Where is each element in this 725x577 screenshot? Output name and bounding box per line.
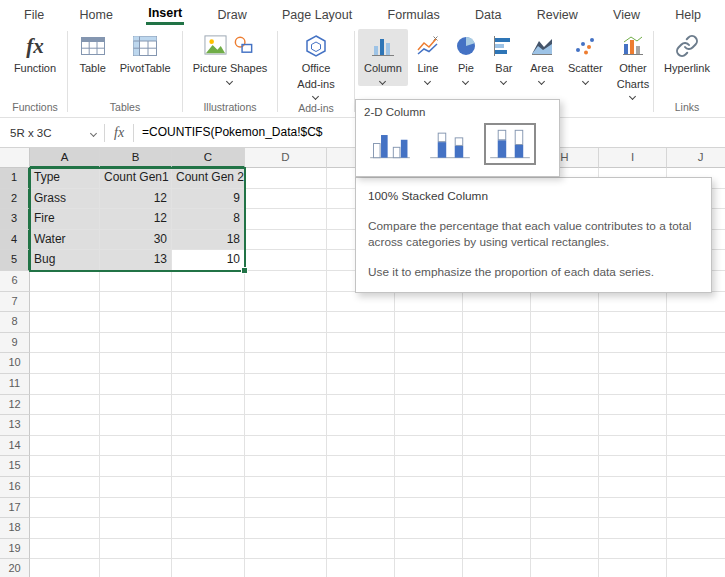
scatter-chart-button[interactable]: Scatter bbox=[562, 29, 609, 86]
cell-C4[interactable]: 18 bbox=[172, 230, 245, 251]
cell-C10[interactable] bbox=[172, 353, 245, 374]
cell-H19[interactable] bbox=[531, 539, 599, 560]
cell-C2[interactable]: 9 bbox=[172, 189, 245, 210]
cell-J18[interactable] bbox=[667, 518, 725, 539]
cell-J9[interactable] bbox=[667, 333, 725, 354]
cell-F8[interactable] bbox=[395, 312, 463, 333]
select-all-corner[interactable] bbox=[0, 148, 30, 168]
cell-F13[interactable] bbox=[395, 415, 463, 436]
cell-D19[interactable] bbox=[245, 539, 327, 560]
office-addins-button[interactable]: Office Add-ins bbox=[291, 29, 340, 101]
cell-B13[interactable] bbox=[100, 415, 172, 436]
cell-C6[interactable] bbox=[172, 271, 245, 292]
cell-C9[interactable] bbox=[172, 333, 245, 354]
cell-F9[interactable] bbox=[395, 333, 463, 354]
cell-E16[interactable] bbox=[327, 477, 395, 498]
menu-tab-file[interactable]: File bbox=[22, 3, 46, 24]
cell-H11[interactable] bbox=[531, 374, 599, 395]
row-header-12[interactable]: 12 bbox=[0, 395, 30, 416]
column-header-I[interactable]: I bbox=[599, 148, 667, 168]
cell-I19[interactable] bbox=[599, 539, 667, 560]
area-chart-button[interactable]: Area bbox=[524, 29, 560, 86]
option-stacked-column[interactable] bbox=[424, 123, 476, 165]
cell-B15[interactable] bbox=[100, 456, 172, 477]
row-header-6[interactable]: 6 bbox=[0, 271, 30, 292]
cell-H7[interactable] bbox=[531, 292, 599, 313]
row-header-1[interactable]: 1 bbox=[0, 168, 30, 189]
cell-F19[interactable] bbox=[395, 539, 463, 560]
cell-J19[interactable] bbox=[667, 539, 725, 560]
cell-A13[interactable] bbox=[30, 415, 100, 436]
cell-I15[interactable] bbox=[599, 456, 667, 477]
menu-tab-view[interactable]: View bbox=[611, 3, 642, 24]
cell-D16[interactable] bbox=[245, 477, 327, 498]
cell-I11[interactable] bbox=[599, 374, 667, 395]
cell-C17[interactable] bbox=[172, 498, 245, 519]
cell-F17[interactable] bbox=[395, 498, 463, 519]
cell-A2[interactable]: Grass bbox=[30, 189, 100, 210]
cell-E20[interactable] bbox=[327, 559, 395, 577]
cell-D11[interactable] bbox=[245, 374, 327, 395]
cell-G7[interactable] bbox=[463, 292, 531, 313]
cell-J7[interactable] bbox=[667, 292, 725, 313]
menu-tab-home[interactable]: Home bbox=[77, 3, 114, 24]
cell-G8[interactable] bbox=[463, 312, 531, 333]
menu-tab-insert[interactable]: Insert bbox=[146, 1, 184, 25]
cell-D7[interactable] bbox=[245, 292, 327, 313]
cell-B14[interactable] bbox=[100, 436, 172, 457]
menu-tab-page-layout[interactable]: Page Layout bbox=[280, 3, 354, 24]
cell-B18[interactable] bbox=[100, 518, 172, 539]
cell-E12[interactable] bbox=[327, 395, 395, 416]
cell-H14[interactable] bbox=[531, 436, 599, 457]
cell-H12[interactable] bbox=[531, 395, 599, 416]
cell-A7[interactable] bbox=[30, 292, 100, 313]
cell-E13[interactable] bbox=[327, 415, 395, 436]
fx-icon[interactable]: fx bbox=[105, 125, 133, 141]
cell-I14[interactable] bbox=[599, 436, 667, 457]
cell-J8[interactable] bbox=[667, 312, 725, 333]
cell-G20[interactable] bbox=[463, 559, 531, 577]
cell-D3[interactable] bbox=[245, 209, 327, 230]
cell-C14[interactable] bbox=[172, 436, 245, 457]
cell-D1[interactable] bbox=[245, 168, 327, 189]
cell-G11[interactable] bbox=[463, 374, 531, 395]
cell-B1[interactable]: Count Gen1 bbox=[100, 168, 172, 189]
cell-F15[interactable] bbox=[395, 456, 463, 477]
row-header-11[interactable]: 11 bbox=[0, 374, 30, 395]
cell-C13[interactable] bbox=[172, 415, 245, 436]
cell-B4[interactable]: 30 bbox=[100, 230, 172, 251]
cell-A1[interactable]: Type bbox=[30, 168, 100, 189]
cell-H10[interactable] bbox=[531, 353, 599, 374]
menu-tab-formulas[interactable]: Formulas bbox=[386, 3, 442, 24]
cell-I7[interactable] bbox=[599, 292, 667, 313]
column-header-C[interactable]: C bbox=[172, 148, 245, 168]
cell-C11[interactable] bbox=[172, 374, 245, 395]
cell-J16[interactable] bbox=[667, 477, 725, 498]
cell-C15[interactable] bbox=[172, 456, 245, 477]
column-header-D[interactable]: D bbox=[245, 148, 327, 168]
cell-J11[interactable] bbox=[667, 374, 725, 395]
cell-G12[interactable] bbox=[463, 395, 531, 416]
cell-D2[interactable] bbox=[245, 189, 327, 210]
row-header-14[interactable]: 14 bbox=[0, 436, 30, 457]
bar-chart-button[interactable]: Bar bbox=[486, 29, 522, 86]
cell-B9[interactable] bbox=[100, 333, 172, 354]
cell-C20[interactable] bbox=[172, 559, 245, 577]
cell-C12[interactable] bbox=[172, 395, 245, 416]
other-charts-button[interactable]: Other Charts bbox=[611, 29, 655, 101]
menu-tab-review[interactable]: Review bbox=[535, 3, 580, 24]
cell-G19[interactable] bbox=[463, 539, 531, 560]
cell-F20[interactable] bbox=[395, 559, 463, 577]
cell-C3[interactable]: 8 bbox=[172, 209, 245, 230]
cell-J17[interactable] bbox=[667, 498, 725, 519]
row-header-16[interactable]: 16 bbox=[0, 477, 30, 498]
cell-C7[interactable] bbox=[172, 292, 245, 313]
cell-B19[interactable] bbox=[100, 539, 172, 560]
pie-chart-button[interactable]: Pie bbox=[448, 29, 484, 86]
menu-tab-data[interactable]: Data bbox=[473, 3, 503, 24]
menu-tab-draw[interactable]: Draw bbox=[216, 3, 249, 24]
name-box[interactable]: 5R x 3C bbox=[0, 118, 104, 147]
cell-I13[interactable] bbox=[599, 415, 667, 436]
hyperlink-button[interactable]: Hyperlink bbox=[658, 29, 716, 77]
cell-I12[interactable] bbox=[599, 395, 667, 416]
